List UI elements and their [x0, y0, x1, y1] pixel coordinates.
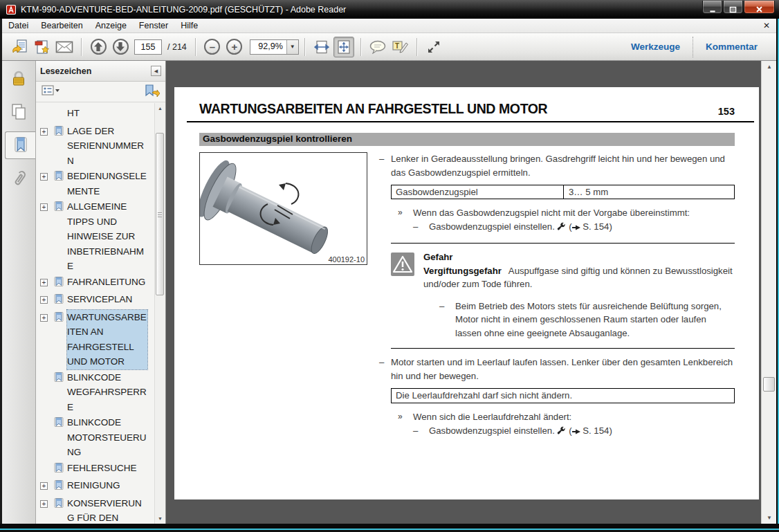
step-item: – Lenker in Geradeausstellung bringen. G… — [379, 152, 735, 179]
chevron-down-icon[interactable]: ▼ — [286, 40, 298, 54]
document-viewer[interactable]: WARTUNGSARBEITEN AN FAHRGESTELL UND MOTO… — [166, 61, 761, 524]
bookmark-item[interactable]: +WARTUNGSARBEITEN AN FAHRGESTELL UND MOT… — [40, 310, 155, 369]
email-button[interactable] — [54, 37, 75, 57]
expand-plus-icon[interactable]: + — [40, 203, 48, 211]
page-heading-row: WARTUNGSARBEITEN AN FAHRGESTELL UND MOTO… — [187, 101, 754, 122]
pointing-hand-icon — [572, 221, 580, 235]
bookmark-item[interactable]: +LAGE DER SERIENNUMMERN — [40, 124, 155, 169]
zoom-level-select[interactable]: 92,9% ▼ — [250, 39, 299, 55]
scroll-up-icon[interactable]: ▲ — [762, 61, 777, 73]
menu-item-bearbeiten[interactable]: Bearbeiten — [35, 19, 89, 32]
tab-bookmarks[interactable] — [5, 131, 35, 159]
bookmark-icon — [54, 124, 67, 141]
dash-marker: – — [439, 300, 455, 340]
page-total-label: / 214 — [167, 42, 187, 52]
scroll-up-icon[interactable]: ▲ — [155, 103, 165, 113]
bookmark-label: KONSERVIERUNG FÜR DEN WINTERBETRIEB — [67, 496, 147, 524]
close-button[interactable] — [744, 1, 775, 14]
expand-plus-icon[interactable]: + — [40, 500, 48, 508]
figure-label: 400192-10 — [325, 255, 365, 264]
bookmark-item[interactable]: FEHLERSUCHE — [40, 461, 155, 478]
create-pdf-button[interactable] — [32, 37, 53, 57]
bookmark-label: FEHLERSUCHE — [67, 461, 147, 476]
scrollbar-thumb[interactable] — [156, 133, 164, 295]
create-pdf-icon — [34, 39, 51, 55]
tab-security[interactable] — [5, 65, 33, 93]
bookmark-item[interactable]: +BEDIENUNGSELEMENTE — [40, 169, 155, 199]
previous-page-icon — [91, 39, 107, 55]
bookmark-icon — [54, 415, 67, 432]
bookmark-item[interactable]: BLINKCODE MOTORSTEUERUNG — [40, 415, 155, 460]
bookmark-item[interactable]: +SERVICEPLAN — [40, 292, 155, 309]
expand-plus-icon[interactable]: + — [40, 128, 48, 136]
step-item: – Motor starten und im Leerlauf laufen l… — [379, 356, 735, 383]
expand-plus-icon[interactable]: + — [40, 296, 48, 304]
bookmark-item[interactable]: +ALLGEMEINE TIPPS UND HINWEISE ZUR INBET… — [40, 199, 155, 274]
zoom-in-button[interactable]: + — [224, 37, 245, 57]
action-text: Gasbowdenzugspiel einstellen. ( S. 154) — [429, 424, 612, 439]
bookmark-item[interactable]: HT — [40, 106, 155, 123]
bookmark-icon — [54, 199, 67, 217]
previous-page-button[interactable] — [88, 37, 109, 57]
fullscreen-button[interactable] — [423, 37, 444, 57]
bookmark-icon — [54, 310, 67, 327]
bookmark-options-button[interactable] — [42, 85, 59, 99]
page-number-input[interactable]: 155 — [134, 39, 162, 55]
add-comment-button[interactable] — [367, 37, 388, 57]
bookmarks-scrollbar[interactable]: ▲ ▼ — [154, 103, 165, 524]
fit-width-button[interactable] — [311, 37, 332, 57]
zoom-level-value: 92,9% — [250, 40, 286, 54]
dash-marker: – — [379, 356, 391, 383]
close-document-icon[interactable]: ✕ — [763, 21, 770, 30]
bookmark-item[interactable]: +KONSERVIERUNG FÜR DEN WINTERBETRIEB — [40, 496, 155, 524]
spec-name: Gasbowdenzugspiel — [392, 185, 564, 199]
document-scrollbar[interactable]: ▲ ▼ — [761, 61, 776, 524]
tab-attachments[interactable] — [5, 165, 33, 192]
bookmark-icon — [54, 292, 67, 309]
expand-plus-icon[interactable]: + — [40, 314, 48, 322]
warning-instruction: – Beim Betrieb des Motors stets für ausr… — [439, 300, 735, 340]
page-title: WARTUNGSARBEITEN AN FAHRGESTELL UND MOTO… — [199, 101, 718, 117]
bookmark-label: BLINKCODE MOTORSTEUERUNG — [67, 415, 147, 460]
bookmark-item[interactable]: +FAHRANLEITUNG — [40, 275, 155, 292]
bookmark-item[interactable]: BLINKCODE WEGFAHRSPERRE — [40, 370, 155, 415]
cross-reference[interactable]: S. 154 — [583, 425, 609, 436]
title-bar: KTM-990-ADVENTURE-BED-ANLEITUNG-2009.pdf… — [0, 0, 779, 19]
collapse-panel-button[interactable]: ◀ — [151, 66, 161, 76]
scrollbar-thumb[interactable] — [763, 377, 775, 392]
bookmark-label: WARTUNGSARBEITEN AN FAHRGESTELL UND MOTO… — [67, 310, 147, 369]
menu-item-hilfe[interactable]: Hilfe — [174, 19, 204, 32]
minimize-button[interactable] — [702, 1, 722, 14]
bookmark-icon — [54, 370, 67, 387]
menu-item-datei[interactable]: Datei — [2, 19, 35, 32]
figure-box: 400192-10 — [199, 152, 367, 265]
expand-current-bookmark-icon — [145, 84, 160, 97]
fit-page-button[interactable] — [333, 37, 354, 57]
warning-icon — [391, 253, 414, 276]
maximize-button[interactable] — [723, 1, 743, 14]
step-text: Lenker in Geradeausstellung bringen. Gas… — [391, 152, 735, 179]
highlight-text-button[interactable]: T — [390, 37, 410, 57]
tools-link[interactable]: Werkzeuge — [618, 42, 693, 52]
expand-plus-icon[interactable]: + — [40, 482, 48, 490]
bookmark-item[interactable]: +REINIGUNG — [40, 478, 155, 495]
comment-link[interactable]: Kommentar — [693, 42, 770, 52]
scroll-down-icon[interactable]: ▼ — [155, 513, 165, 524]
condition-item: » Wenn das Gasbowdenzugspiel nicht mit d… — [398, 206, 735, 220]
tab-page-thumbnails[interactable] — [5, 98, 33, 126]
dash-marker: – — [379, 152, 391, 179]
open-file-button[interactable] — [10, 37, 30, 57]
expand-plus-icon[interactable]: + — [40, 279, 48, 286]
next-page-button[interactable] — [110, 37, 131, 57]
bookmarks-panel: Lesezeichen ◀ HT+LAGE DER SERIENNUMMERN+… — [36, 61, 166, 524]
zoom-out-button[interactable]: – — [202, 37, 223, 57]
bookmark-icon — [14, 137, 28, 154]
cross-reference[interactable]: S. 154 — [583, 221, 609, 232]
toolbar-separator — [360, 38, 361, 56]
menu-item-anzeige[interactable]: Anzeige — [89, 19, 133, 32]
expand-current-bookmark-button[interactable] — [145, 84, 160, 100]
menu-item-fenster[interactable]: Fenster — [133, 19, 174, 32]
scroll-down-icon[interactable]: ▼ — [762, 512, 777, 524]
window-border-right — [776, 19, 779, 532]
expand-plus-icon[interactable]: + — [40, 173, 48, 181]
